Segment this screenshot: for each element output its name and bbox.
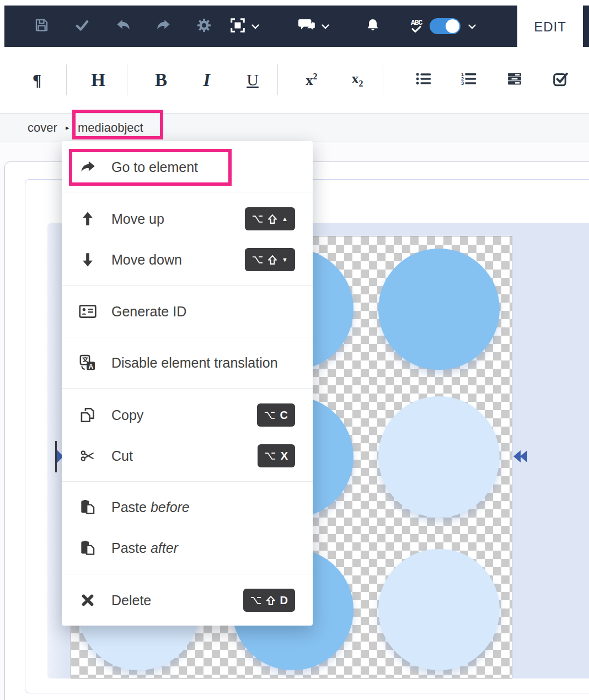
move-down-icon <box>77 252 98 267</box>
main-toolbar: ABC <box>4 6 589 47</box>
spellcheck-toggle[interactable] <box>430 18 461 34</box>
menu-item-label: Generate ID <box>111 304 186 320</box>
underline-button[interactable]: U <box>237 47 268 113</box>
toolbar-separator <box>127 64 127 95</box>
menu-item-label: Disable element translation <box>111 355 278 371</box>
option-key-icon <box>252 256 263 264</box>
shortcut-key: C <box>280 409 288 422</box>
checklist-button[interactable] <box>545 47 576 113</box>
superscript-button[interactable]: x2 <box>296 47 327 113</box>
toolbar-separator <box>66 64 67 95</box>
menu-separator <box>62 574 313 574</box>
spellcheck-abc-icon: ABC <box>411 20 422 33</box>
shortcut-badge: D <box>243 589 295 612</box>
menu-separator <box>62 481 313 482</box>
menu-item-go-to-element[interactable]: Go to element <box>62 147 313 187</box>
bold-glyph: B <box>155 70 167 90</box>
bullet-list-button[interactable] <box>408 47 439 113</box>
menu-item-label: Paste before <box>111 499 190 515</box>
menu-item-copy[interactable]: Copy C <box>62 395 313 435</box>
formatting-toolbar: ¶ H B I U x2 x2 1 2 3 <box>0 47 589 113</box>
tab-edit[interactable]: EDIT <box>517 6 583 49</box>
collapse-left-icon[interactable] <box>513 450 527 462</box>
menu-item-cut[interactable]: Cut X <box>62 435 313 476</box>
breadcrumb: cover ▸ mediaobject <box>0 113 589 142</box>
id-card-icon <box>77 304 98 319</box>
option-key-icon <box>252 215 263 223</box>
paste-qualifier: after <box>151 540 178 556</box>
abc-label: ABC <box>411 20 422 26</box>
notifications-button[interactable] <box>362 6 384 47</box>
shortcut-key: ▲ <box>282 216 288 222</box>
edit-tab-label: EDIT <box>534 19 566 35</box>
menu-item-move-up[interactable]: Move up ▲ <box>62 198 313 239</box>
shift-key-icon <box>268 214 277 224</box>
menu-item-disable-element-translation[interactable]: A Disable element translation <box>62 342 313 383</box>
redo-button[interactable] <box>153 6 175 47</box>
toolbar-separator <box>277 64 278 95</box>
paragraph-button[interactable]: ¶ <box>22 47 52 113</box>
fullscreen-dropdown[interactable] <box>229 6 259 47</box>
toolbar-separator <box>383 64 383 95</box>
menu-item-paste-after[interactable]: Paste after <box>62 527 313 568</box>
copy-icon <box>77 407 98 423</box>
chevron-down-icon <box>468 21 476 31</box>
toggle-knob <box>446 19 459 33</box>
menu-item-label: Delete <box>111 593 151 609</box>
menu-item-move-down[interactable]: Move down ▼ <box>62 239 313 280</box>
heading-button[interactable]: H <box>83 47 114 113</box>
svg-text:A: A <box>89 363 94 370</box>
menu-separator <box>62 285 313 286</box>
underline-glyph: U <box>247 71 259 89</box>
validate-button[interactable] <box>71 6 93 47</box>
image-circle <box>378 249 500 370</box>
check-icon <box>75 18 89 35</box>
bold-button[interactable]: B <box>146 47 176 113</box>
paste-qualifier: before <box>151 499 190 515</box>
undo-button[interactable] <box>112 6 134 47</box>
italic-button[interactable]: I <box>191 47 222 113</box>
svg-text:3: 3 <box>461 80 464 86</box>
fullscreen-icon <box>229 17 246 36</box>
breadcrumb-separator-icon: ▸ <box>66 123 69 132</box>
definition-list-icon <box>506 72 523 88</box>
menu-item-generate-id[interactable]: Generate ID <box>62 291 313 332</box>
paste-icon <box>77 540 98 556</box>
menu-item-paste-before[interactable]: Paste before <box>62 487 313 527</box>
spellcheck-group[interactable]: ABC <box>411 6 476 47</box>
paste-icon <box>77 499 98 515</box>
save-button[interactable] <box>30 6 52 47</box>
element-context-menu: Go to element Move up ▲ Move down ▼ <box>62 141 313 626</box>
shortcut-badge: C <box>257 403 295 427</box>
breadcrumb-item-mediaobject[interactable]: mediaobject <box>78 121 143 135</box>
numbered-list-icon: 1 2 3 <box>461 72 477 88</box>
menu-item-delete[interactable]: Delete D <box>62 580 313 621</box>
chevron-down-icon <box>251 21 259 31</box>
shortcut-key: X <box>281 450 288 462</box>
pilcrow-glyph: ¶ <box>33 71 41 89</box>
move-up-icon <box>77 212 98 226</box>
redo-icon <box>156 17 172 36</box>
comments-dropdown[interactable] <box>298 6 329 47</box>
option-key-icon <box>265 452 276 460</box>
scissors-icon <box>77 449 98 463</box>
option-key-icon <box>250 596 261 605</box>
menu-item-label: Go to element <box>111 159 198 175</box>
shortcut-badge: X <box>258 444 295 467</box>
comments-icon <box>298 17 316 36</box>
breadcrumb-item-cover[interactable]: cover <box>28 121 57 135</box>
menu-separator <box>62 337 313 337</box>
italic-glyph: I <box>204 70 211 90</box>
shortcut-key: ▼ <box>282 256 288 263</box>
definition-list-button[interactable] <box>499 47 530 113</box>
menu-item-label: Paste after <box>111 540 178 556</box>
menu-item-label: Move up <box>111 211 164 227</box>
subscript-button[interactable]: x2 <box>342 47 373 113</box>
shift-key-icon <box>266 596 275 605</box>
numbered-list-button[interactable]: 1 2 3 <box>453 47 484 113</box>
menu-item-label: Copy <box>111 407 143 423</box>
settings-button[interactable] <box>193 6 215 47</box>
menu-separator <box>62 388 313 389</box>
undo-icon <box>115 17 131 36</box>
shortcut-badge: ▲ <box>245 207 295 230</box>
